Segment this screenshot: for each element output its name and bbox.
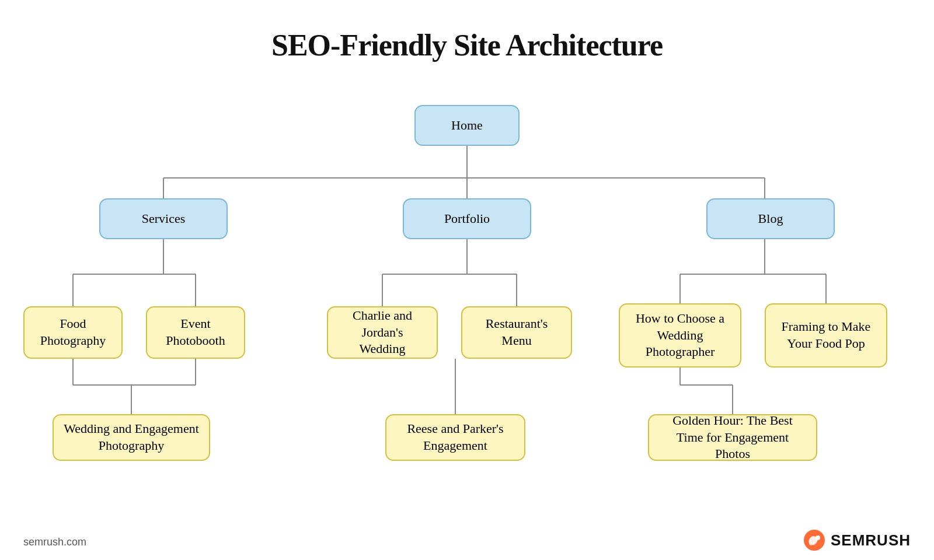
node-golden-hour: Golden Hour: The Best Time for Engagemen… — [648, 414, 817, 461]
node-charlie-wedding: Charlie and Jordan's Wedding — [327, 306, 438, 359]
node-food-photography: Food Photography — [23, 306, 123, 359]
node-reese-engagement: Reese and Parker's Engagement — [385, 414, 525, 461]
node-portfolio: Portfolio — [403, 198, 531, 239]
svg-point-26 — [815, 536, 820, 540]
node-blog: Blog — [706, 198, 835, 239]
semrush-brand-text: SEMRUSH — [831, 531, 911, 550]
footer-domain: semrush.com — [23, 536, 86, 548]
node-restaurant-menu: Restaurant's Menu — [461, 306, 572, 359]
node-event-photobooth: Event Photobooth — [146, 306, 245, 359]
node-home: Home — [414, 105, 520, 146]
node-framing-food: Framing to Make Your Food Pop — [765, 303, 887, 368]
node-wedding-engagement: Wedding and Engagement Photography — [53, 414, 210, 461]
semrush-logo: SEMRUSH — [803, 528, 911, 552]
node-services: Services — [99, 198, 228, 239]
semrush-icon — [803, 528, 826, 552]
diagram: Home Services Portfolio Blog Food Photog… — [0, 88, 934, 525]
node-how-to-choose: How to Choose a Wedding Photographer — [619, 303, 741, 368]
page-title: SEO-Friendly Site Architecture — [0, 0, 934, 62]
